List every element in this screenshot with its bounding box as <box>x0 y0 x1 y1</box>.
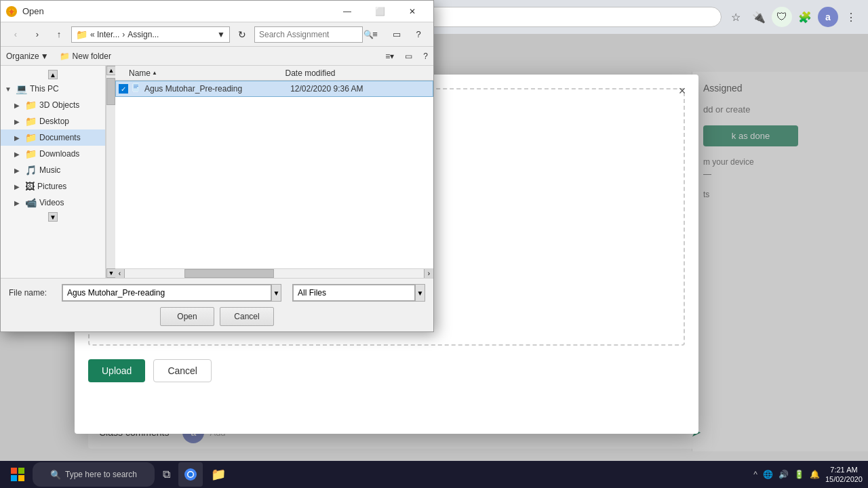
fd-tree-arrow-thispc: ▼ <box>5 85 13 93</box>
fd-filename-dropdown-btn[interactable]: ▼ <box>271 285 281 301</box>
file-dialog-bottom: File name: Agus Mutohar_Pre-reading ▼ Al… <box>1 278 433 331</box>
fd-sidebar-up-btn[interactable]: ▲ <box>48 70 58 79</box>
taskbar-clock[interactable]: 7:21 AM 15/02/2020 <box>825 465 863 485</box>
fd-filename-input[interactable]: Agus Mutohar_Pre-reading <box>62 285 271 301</box>
file-dialog-toolbar: ‹ › ↑ 📁 « Inter... › Assign... ▼ ↻ 🔍 ≡ <box>1 22 433 47</box>
fd-breadcrumb-sep: › <box>122 30 125 39</box>
fd-sidebar-wrapper: ▲ ▼ 💻 This PC ▶ 📁 3D Objects <box>1 66 115 278</box>
fd-breadcrumb[interactable]: 📁 « Inter... › Assign... ▼ <box>71 26 230 43</box>
taskbar-chrome-btn[interactable] <box>178 462 203 487</box>
fd-breadcrumb-dropdown-arrow[interactable]: ▼ <box>217 30 225 39</box>
fd-file-date-1: 12/02/2020 9:36 AM <box>290 84 430 94</box>
taskbar-search-btn[interactable]: 🔍 Type here to search <box>33 462 155 487</box>
fd-sort-date-btn[interactable]: Date modified <box>285 68 336 78</box>
fd-filename-field: Agus Mutohar_Pre-reading ▼ <box>62 284 281 302</box>
fd-tree-item-this-pc[interactable]: ▼ 💻 This PC <box>1 81 105 97</box>
fd-view-btn[interactable]: ≡ <box>366 25 384 44</box>
table-row[interactable]: Agus Mutohar_Pre-reading 12/02/2020 9:36… <box>115 81 433 97</box>
fd-tree-item-documents[interactable]: ▶ 📁 Documents <box>1 129 105 146</box>
fd-sidebar-scrollbar[interactable]: ▲ ▼ <box>106 66 115 278</box>
fd-filetype-field: All Files ▼ <box>292 284 425 302</box>
fd-icon-docs: 📁 <box>25 132 37 143</box>
fd-open-btn[interactable]: Open <box>160 307 214 326</box>
upload-modal-close-btn[interactable]: × <box>674 83 690 99</box>
tray-show-hidden-btn[interactable]: ^ <box>753 470 757 479</box>
svg-rect-7 <box>134 87 137 88</box>
fd-icon-3d: 📁 <box>25 100 37 110</box>
upload-cancel-btn[interactable]: Cancel <box>153 359 212 382</box>
fd-date-col-header: Date modified <box>285 68 431 78</box>
fd-tree-item-3dobjects[interactable]: ▶ 📁 3D Objects <box>1 97 105 113</box>
fd-tree-arrow-downloads: ▶ <box>14 150 22 158</box>
fd-back-btn[interactable]: ‹ <box>6 25 25 44</box>
fd-forward-btn[interactable]: › <box>28 25 47 44</box>
taskbar-search-label: Type here to search <box>65 470 137 479</box>
fd-breadcrumb-root: « Inter... <box>90 30 119 39</box>
fd-tree-arrow-music: ▶ <box>14 167 22 174</box>
fd-sidebar-scroll-up-btn[interactable]: ▲ <box>106 66 116 75</box>
fd-label-videos: Videos <box>39 198 64 207</box>
file-dialog-title: Open <box>22 6 326 16</box>
fd-organize-btn[interactable]: Organize ▼ <box>6 52 49 61</box>
fd-tree-item-desktop[interactable]: ▶ 📁 Desktop <box>1 113 105 129</box>
fd-sidebar-down-btn[interactable]: ▼ <box>48 212 58 222</box>
fd-tree-arrow-videos: ▶ <box>14 199 22 207</box>
fd-help-btn[interactable]: ? <box>409 25 428 44</box>
fd-sort-name-btn[interactable]: Name ▲ <box>129 68 157 78</box>
fd-sidebar-scroll-down-btn[interactable]: ▼ <box>106 268 116 278</box>
fd-sidebar: ▲ ▼ 💻 This PC ▶ 📁 3D Objects <box>1 66 106 278</box>
fd-hscrollbar-track[interactable] <box>125 269 424 278</box>
taskbar-task-view-btn[interactable]: ⧉ <box>157 462 176 487</box>
fd-file-checkbox-1[interactable] <box>119 84 128 94</box>
maximize-btn[interactable]: ⬜ <box>364 2 395 21</box>
system-tray: ^ 🌐 🔊 🔋 🔔 7:21 AM 15/02/2020 <box>753 465 863 485</box>
fd-hscrollbar-left-btn[interactable]: ‹ <box>115 269 125 279</box>
svg-point-10 <box>189 472 193 477</box>
taskbar-explorer-btn[interactable]: 📁 <box>205 462 231 487</box>
fd-hscrollbar-thumb[interactable] <box>184 269 274 278</box>
fd-hscrollbar-right-btn[interactable]: › <box>424 269 433 279</box>
minimize-btn[interactable]: — <box>332 2 363 21</box>
fd-icon-music: 🎵 <box>25 165 37 176</box>
windows-logo <box>11 468 24 481</box>
fd-label-3d: 3D Objects <box>39 100 79 110</box>
fd-up-btn[interactable]: ↑ <box>50 25 68 44</box>
fd-cancel-btn[interactable]: Cancel <box>220 307 274 326</box>
fd-sidebar-scrollbar-thumb[interactable] <box>106 78 115 105</box>
fd-tree-item-pictures[interactable]: ▶ 🖼 Pictures <box>1 178 105 195</box>
upload-confirm-btn[interactable]: Upload <box>88 359 145 382</box>
fd-preview-btn[interactable]: ▭ <box>387 25 406 44</box>
fd-file-doc-icon-1 <box>131 83 142 96</box>
fd-filetype-dropdown-btn[interactable]: ▼ <box>415 285 425 301</box>
taskbar: 🔍 Type here to search ⧉ 📁 ^ 🌐 🔊 🔋 🔔 7:21… <box>0 461 868 488</box>
fd-tree-item-downloads[interactable]: ▶ 📁 Downloads <box>1 146 105 162</box>
fd-filetype-select[interactable]: All Files <box>293 285 415 301</box>
svg-rect-5 <box>134 85 138 85</box>
fd-label-thispc: This PC <box>30 84 59 94</box>
fd-folder-icon: 📁 <box>76 29 87 40</box>
fd-search-input[interactable] <box>259 30 361 39</box>
close-dialog-btn[interactable]: ✕ <box>397 2 428 21</box>
fd-tree-item-videos[interactable]: ▶ 📹 Videos <box>1 195 105 211</box>
fd-label-desktop: Desktop <box>39 117 69 126</box>
fd-details-btn[interactable]: ▭ <box>405 52 412 61</box>
fd-filelist-container: Name ▲ Date modified <box>115 66 433 278</box>
fd-hscrollbar[interactable]: ‹ › <box>115 268 433 278</box>
fd-help-info-btn[interactable]: ? <box>423 52 428 61</box>
tray-network-icon: 🌐 <box>763 470 773 479</box>
fd-tree-item-music[interactable]: ▶ 🎵 Music <box>1 162 105 178</box>
fd-refresh-btn[interactable]: ↻ <box>233 25 252 44</box>
fd-sidebar-scroll-down: ▼ <box>1 211 105 223</box>
start-button[interactable] <box>5 462 30 487</box>
file-dialog: Open — ⬜ ✕ ‹ › ↑ <box>0 0 434 332</box>
fd-new-folder-btn[interactable]: 📁 New folder <box>60 52 111 61</box>
tray-notification-icon: 🔔 <box>810 470 820 479</box>
fd-view-toggle-btn[interactable]: ≡▾ <box>385 52 394 61</box>
fd-label-pictures: Pictures <box>37 182 66 191</box>
fd-icon-downloads: 📁 <box>25 148 37 159</box>
window-control-buttons: — ⬜ ✕ <box>332 2 428 21</box>
file-dialog-main: ▲ ▼ 💻 This PC ▶ 📁 3D Objects <box>1 66 433 278</box>
task-view-icon: ⧉ <box>163 468 170 481</box>
fd-organize-row: Organize ▼ 📁 New folder ≡▾ ▭ ? <box>1 47 433 66</box>
fd-search-box[interactable]: 🔍 <box>254 26 363 43</box>
